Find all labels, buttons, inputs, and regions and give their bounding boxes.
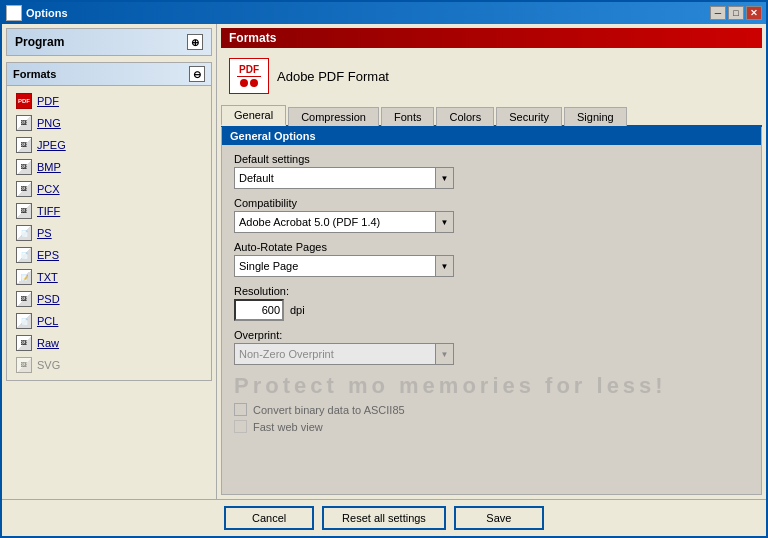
fast-web-label: Fast web view <box>253 421 323 433</box>
tab-general[interactable]: General <box>221 105 286 126</box>
format-item-svg: 🖼 SVG <box>7 354 211 376</box>
resolution-label: Resolution: <box>234 285 749 297</box>
format-label-png[interactable]: PNG <box>37 117 61 129</box>
format-label-svg: SVG <box>37 359 60 371</box>
auto-rotate-label: Auto-Rotate Pages <box>234 241 749 253</box>
tab-compression[interactable]: Compression <box>288 107 379 126</box>
window-icon: ⚙ <box>6 5 22 21</box>
format-label-tiff[interactable]: TIFF <box>37 205 60 217</box>
auto-rotate-arrow[interactable]: ▼ <box>435 256 453 276</box>
tab-colors[interactable]: Colors <box>436 107 494 126</box>
tabs-bar: General Compression Fonts Colors Securit… <box>221 104 762 127</box>
tab-signing[interactable]: Signing <box>564 107 627 126</box>
bmp-icon: 🖼 <box>15 158 33 176</box>
format-item-bmp[interactable]: 🖼 BMP <box>7 156 211 178</box>
eps-icon: 📄 <box>15 246 33 264</box>
pcl-icon: 📄 <box>15 312 33 330</box>
cancel-button[interactable]: Cancel <box>224 506 314 530</box>
format-label-bmp[interactable]: BMP <box>37 161 61 173</box>
default-settings-arrow[interactable]: ▼ <box>435 168 453 188</box>
format-label-pdf[interactable]: PDF <box>37 95 59 107</box>
compatibility-select[interactable]: Adobe Acrobat 5.0 (PDF 1.4) ▼ <box>234 211 454 233</box>
format-item-psd[interactable]: 🖼 PSD <box>7 288 211 310</box>
convert-binary-label: Convert binary data to ASCII85 <box>253 404 405 416</box>
compatibility-group: Compatibility Adobe Acrobat 5.0 (PDF 1.4… <box>234 197 749 233</box>
format-item-pcx[interactable]: 🖼 PCX <box>7 178 211 200</box>
bottom-bar: Cancel Reset all settings Save <box>2 499 766 536</box>
formats-collapse-icon[interactable]: ⊖ <box>189 66 205 82</box>
convert-binary-checkbox[interactable] <box>234 403 247 416</box>
resolution-row: dpi <box>234 299 749 321</box>
reset-button[interactable]: Reset all settings <box>322 506 446 530</box>
resolution-input[interactable] <box>234 299 284 321</box>
general-options-header: General Options <box>222 127 761 145</box>
formats-section-label: Formats <box>13 68 56 80</box>
format-label-pcx[interactable]: PCX <box>37 183 60 195</box>
auto-rotate-group: Auto-Rotate Pages Single Page ▼ <box>234 241 749 277</box>
ps-icon: 📄 <box>15 224 33 242</box>
format-label-jpeg[interactable]: JPEG <box>37 139 66 151</box>
psd-icon: 🖼 <box>15 290 33 308</box>
pdf-icon: PDF <box>15 92 33 110</box>
default-settings-select[interactable]: Default ▼ <box>234 167 454 189</box>
fast-web-checkbox <box>234 420 247 433</box>
overprint-value: Non-Zero Overprint <box>235 348 435 360</box>
watermark-area: Protect mo memories for less! <box>234 373 749 403</box>
tiff-icon: 🖼 <box>15 202 33 220</box>
resolution-group: Resolution: dpi <box>234 285 749 321</box>
format-label-ps[interactable]: PS <box>37 227 52 239</box>
title-bar: ⚙ Options ─ □ ✕ <box>2 2 766 24</box>
program-collapse-icon[interactable]: ⊕ <box>187 34 203 50</box>
format-item-jpeg[interactable]: 🖼 JPEG <box>7 134 211 156</box>
program-label: Program <box>15 35 64 49</box>
format-label-psd[interactable]: PSD <box>37 293 60 305</box>
compatibility-value: Adobe Acrobat 5.0 (PDF 1.4) <box>235 216 435 228</box>
raw-icon: 🖼 <box>15 334 33 352</box>
save-button[interactable]: Save <box>454 506 544 530</box>
options-form: Default settings Default ▼ Compatibility… <box>222 145 761 445</box>
overprint-label: Overprint: <box>234 329 749 341</box>
format-item-pdf[interactable]: PDF PDF <box>7 90 211 112</box>
format-item-pcl[interactable]: 📄 PCL <box>7 310 211 332</box>
overprint-group: Overprint: Non-Zero Overprint ▼ <box>234 329 749 365</box>
pdf-logo: PDF <box>229 58 269 94</box>
fast-web-group: Fast web view <box>234 420 749 433</box>
formats-list: PDF PDF 🖼 PNG 🖼 JPEG <box>7 86 211 380</box>
maximize-button[interactable]: □ <box>728 6 744 20</box>
compatibility-label: Compatibility <box>234 197 749 209</box>
tab-security[interactable]: Security <box>496 107 562 126</box>
title-bar-buttons: ─ □ ✕ <box>710 6 762 20</box>
sidebar-formats-section: Formats ⊖ PDF PDF 🖼 PNG <box>6 62 212 381</box>
format-item-eps[interactable]: 📄 EPS <box>7 244 211 266</box>
pdf-header: PDF Adobe PDF Format <box>221 54 762 98</box>
format-label-eps[interactable]: EPS <box>37 249 59 261</box>
close-button[interactable]: ✕ <box>746 6 762 20</box>
window-title: Options <box>26 7 706 19</box>
svg-icon: 🖼 <box>15 356 33 374</box>
overprint-select: Non-Zero Overprint ▼ <box>234 343 454 365</box>
format-item-png[interactable]: 🖼 PNG <box>7 112 211 134</box>
default-settings-value: Default <box>235 172 435 184</box>
format-label-txt[interactable]: TXT <box>37 271 58 283</box>
tab-content-general: General Options Default settings Default… <box>221 127 762 495</box>
auto-rotate-select[interactable]: Single Page ▼ <box>234 255 454 277</box>
format-item-ps[interactable]: 📄 PS <box>7 222 211 244</box>
minimize-button[interactable]: ─ <box>710 6 726 20</box>
format-item-raw[interactable]: 🖼 Raw <box>7 332 211 354</box>
formats-section-header[interactable]: Formats ⊖ <box>7 63 211 86</box>
sidebar-program-header[interactable]: Program ⊕ <box>6 28 212 56</box>
jpeg-icon: 🖼 <box>15 136 33 154</box>
format-item-tiff[interactable]: 🖼 TIFF <box>7 200 211 222</box>
pdf-title: Adobe PDF Format <box>277 69 389 84</box>
format-label-raw[interactable]: Raw <box>37 337 59 349</box>
right-panel: Formats PDF Adobe PDF Format <box>217 24 766 499</box>
pcx-icon: 🖼 <box>15 180 33 198</box>
default-settings-group: Default settings Default ▼ <box>234 153 749 189</box>
png-icon: 🖼 <box>15 114 33 132</box>
format-label-pcl[interactable]: PCL <box>37 315 58 327</box>
resolution-unit: dpi <box>290 304 305 316</box>
default-settings-label: Default settings <box>234 153 749 165</box>
format-item-txt[interactable]: 📝 TXT <box>7 266 211 288</box>
tab-fonts[interactable]: Fonts <box>381 107 435 126</box>
compatibility-arrow[interactable]: ▼ <box>435 212 453 232</box>
